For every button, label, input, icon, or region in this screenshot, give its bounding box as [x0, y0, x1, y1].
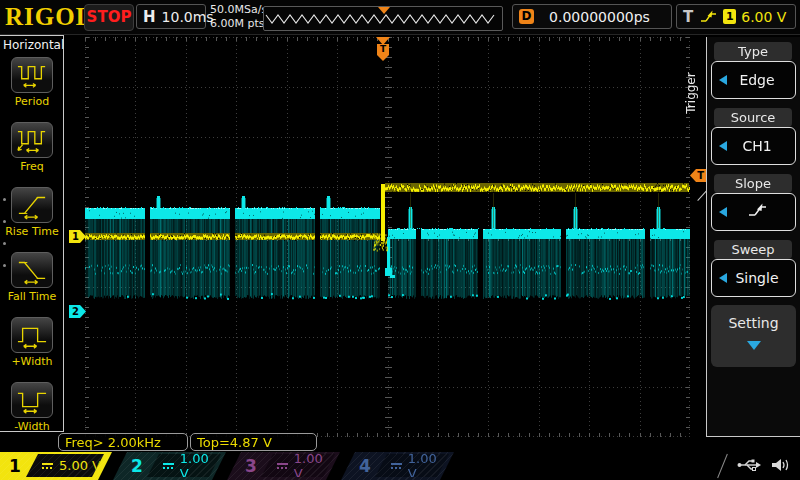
run-state-button[interactable]: STOP — [84, 4, 134, 31]
memory-depth: 6.00M pts — [210, 17, 267, 31]
trigger-menu-tab: Trigger — [684, 63, 700, 123]
ch2-position-marker[interactable]: 2 — [69, 305, 86, 318]
status-icons — [736, 456, 790, 474]
preview-wave-svg — [264, 7, 500, 28]
channel1-number: 1 — [9, 454, 21, 478]
acquisition-info: 50.0MSa/s 6.00M pts — [210, 3, 267, 31]
channel1-scale: 5.00 V — [59, 458, 101, 473]
horizontal-timebase-box[interactable]: H 10.0ms — [136, 4, 206, 29]
scroll-dot — [3, 198, 6, 201]
menu-item-minus-width[interactable]: -Width — [0, 382, 64, 433]
oscilloscope-screen: RIGOL STOP H 10.0ms 50.0MSa/s 6.00M pts … — [0, 0, 800, 480]
channel3-block[interactable]: 3 1.00 V — [227, 452, 340, 480]
menu-item-period[interactable]: Period — [0, 57, 64, 108]
menu-item-label: Rise Time — [0, 225, 64, 238]
left-arrow-icon — [719, 273, 727, 283]
trigger-readout-label: T — [683, 8, 693, 26]
slope-value-icon — [727, 202, 787, 222]
scroll-dot — [3, 264, 6, 267]
channel3-scale: 1.00 V — [294, 451, 335, 480]
trigger-source-badge: 1 — [723, 9, 736, 24]
minus-width-icon — [11, 382, 53, 418]
rising-edge-icon — [745, 202, 769, 219]
left-menu-title: Horizontal — [3, 38, 64, 52]
waveform-display — [85, 37, 690, 437]
channel4-settings: 1.00 V — [375, 454, 449, 477]
timebase-value: 10.0ms — [162, 9, 214, 25]
measurement-top: Top=4.87 V — [190, 433, 317, 451]
status-separator — [717, 454, 728, 478]
right-menu-trigger: Type Edge Source CH1 Slope Sweep Single — [706, 37, 800, 437]
left-arrow-icon — [719, 207, 727, 217]
measurement-freq: Freq> 2.00kHz — [58, 433, 188, 451]
menu-item-rise-time[interactable]: Rise Time — [0, 187, 64, 238]
menu-item-label: -Width — [0, 420, 64, 433]
usb-icon — [736, 456, 762, 474]
channel2-number: 2 — [131, 454, 143, 478]
delay-badge: D — [519, 9, 534, 24]
down-arrow-icon — [747, 341, 761, 350]
source-label: Source — [714, 108, 792, 127]
delay-value: 0.00000000ps — [534, 9, 665, 25]
channel1-settings: 5.00 V — [26, 454, 104, 477]
setting-label: Setting — [711, 315, 796, 331]
trigger-level-value: 6.00 V — [741, 9, 786, 25]
waveform-preview[interactable] — [263, 6, 503, 31]
rigol-logo: RIGOL — [5, 3, 93, 31]
type-value: Edge — [727, 72, 787, 88]
menu-item-label: Period — [0, 95, 64, 108]
trigger-level-marker[interactable]: T — [690, 169, 707, 182]
channel-status-bar: 1 5.00 V 2 1.00 V 3 1.00 V 4 1.0 — [0, 452, 800, 480]
ch1-position-marker[interactable]: 1 — [69, 230, 86, 243]
freq-icon — [11, 122, 53, 158]
menu-item-plus-width[interactable]: +Width — [0, 317, 64, 368]
channel4-number: 4 — [359, 454, 371, 478]
preview-wave — [266, 15, 494, 23]
dc-coupling-icon — [42, 463, 53, 469]
preview-trigger-marker — [378, 7, 390, 14]
channel2-scale: 1.00 V — [180, 451, 221, 480]
scroll-dot — [3, 220, 6, 223]
sweep-label: Sweep — [714, 240, 792, 259]
dc-coupling-icon — [277, 463, 288, 469]
channel3-number: 3 — [245, 454, 257, 478]
menu-item-fall-time[interactable]: Fall Time — [0, 252, 64, 303]
left-arrow-icon — [719, 75, 727, 85]
channel2-block[interactable]: 2 1.00 V — [113, 452, 226, 480]
slope-button[interactable] — [711, 193, 796, 231]
period-icon — [11, 57, 53, 93]
type-button[interactable]: Edge — [711, 61, 796, 99]
rising-edge-icon — [698, 9, 718, 25]
menu-item-label: Freq — [0, 160, 64, 173]
type-label: Type — [714, 42, 792, 61]
rise-time-icon — [11, 187, 53, 223]
sweep-button[interactable]: Single — [711, 259, 796, 297]
sample-rate: 50.0MSa/s — [210, 3, 267, 17]
source-button[interactable]: CH1 — [711, 127, 796, 165]
plus-width-icon — [11, 317, 53, 353]
menu-item-freq[interactable]: Freq — [0, 122, 64, 173]
channel4-block[interactable]: 4 1.00 V — [341, 452, 454, 480]
top-bar: RIGOL STOP H 10.0ms 50.0MSa/s 6.00M pts … — [0, 0, 800, 35]
trigger-readout-box[interactable]: T 1 6.00 V — [676, 4, 796, 29]
menu-item-label: +Width — [0, 355, 64, 368]
channel1-block[interactable]: 1 5.00 V — [0, 452, 112, 480]
dc-coupling-icon — [391, 463, 402, 469]
left-menu-horizontal: Horizontal Period Freq — [0, 35, 64, 432]
channel2-settings: 1.00 V — [147, 454, 221, 477]
trigger-position-marker[interactable]: T — [376, 37, 390, 61]
left-arrow-icon — [719, 141, 727, 151]
scroll-dot — [3, 242, 6, 245]
sweep-value: Single — [727, 270, 787, 286]
menu-item-label: Fall Time — [0, 290, 64, 303]
beeper-icon — [770, 456, 790, 474]
channel4-scale: 1.00 V — [408, 451, 449, 480]
dc-coupling-icon — [163, 463, 174, 469]
slope-label: Slope — [714, 174, 792, 193]
delay-readout-box[interactable]: D 0.00000000ps — [512, 4, 672, 29]
channel3-settings: 1.00 V — [261, 454, 335, 477]
trigger-position-tip — [377, 55, 389, 61]
setting-button[interactable]: Setting — [711, 305, 796, 367]
trigger-position-label: T — [377, 44, 389, 55]
fall-time-icon — [11, 252, 53, 288]
